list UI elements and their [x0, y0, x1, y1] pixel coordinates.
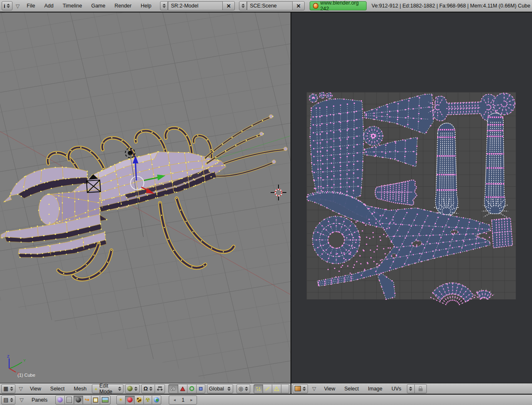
shading-context-button[interactable]	[74, 395, 83, 405]
select-face-button[interactable]	[272, 384, 281, 393]
menu-help[interactable]: Help	[137, 3, 155, 9]
scene-stats: Ve:912-912 | Ed:1882-1882 | Fa:968-968 |…	[372, 3, 530, 9]
collapse-uv-header-icon[interactable]: ▽	[310, 385, 319, 392]
translate-triangle-icon	[180, 386, 185, 391]
world-icon	[154, 397, 159, 403]
shading-icon	[76, 397, 81, 403]
manipulator-z-arrow[interactable]	[135, 163, 136, 180]
draw-type-dropdown[interactable]	[125, 384, 140, 393]
manipulator-translate-toggle[interactable]	[178, 384, 187, 393]
world-buttons-button[interactable]	[152, 395, 161, 405]
lamp-buttons-button[interactable]: ☀	[116, 395, 126, 405]
topbar: i ▽ File Add Timeline Game Render Help S…	[0, 0, 532, 12]
grid-window-icon: ▦	[3, 386, 8, 391]
scene-close-button[interactable]: ✕	[292, 1, 305, 10]
material-icon	[127, 397, 133, 403]
screen-spinner[interactable]	[160, 1, 168, 10]
lamp-icon: ☀	[118, 397, 123, 403]
manipulator-scale-toggle[interactable]	[196, 384, 205, 393]
viewport-3d-pane: Z Y X (1) Cube ▦ ▽ View Select Mesh	[0, 12, 291, 394]
collapse-menus-icon[interactable]: ▽	[14, 3, 22, 9]
buttons-header: ▤ ▽ Panels ↪ ☀ ☢ ◂ 1 ▸	[0, 394, 532, 405]
window-type-button-uv[interactable]	[293, 384, 308, 393]
uv-image-editor[interactable]	[291, 12, 532, 383]
texture-buttons-button[interactable]	[134, 395, 144, 405]
viewport-3d[interactable]: Z Y X (1) Cube	[0, 12, 291, 383]
object-icon: ↪	[85, 397, 89, 403]
edit-mode-icon: ▲	[94, 387, 98, 391]
edge-mode-icon	[265, 386, 270, 391]
proportional-omega-icon: Ω	[143, 386, 148, 391]
menu-panels[interactable]: Panels	[28, 397, 51, 403]
uv-island-right-chunk[interactable]	[491, 217, 513, 248]
scale-square-icon	[198, 386, 203, 391]
radiosity-icon: ☢	[145, 397, 150, 403]
frame-number-field[interactable]: ◂ 1 ▸	[169, 395, 197, 405]
logic-context-button[interactable]	[55, 395, 65, 405]
editing-context-button[interactable]	[91, 395, 100, 405]
collapse-header-icon[interactable]: ▽	[17, 385, 25, 392]
orientation-dropdown[interactable]: Global	[207, 384, 233, 393]
menu-image[interactable]: Image	[364, 386, 386, 392]
proportional-edit-dropdown[interactable]: Ω	[141, 384, 155, 393]
menu-view-3d[interactable]: View	[26, 386, 45, 392]
logic-icon	[57, 397, 63, 403]
frame-next-arrow[interactable]: ▸	[189, 398, 194, 402]
collapse-buttons-header-icon[interactable]: ▽	[17, 397, 26, 403]
scene-selector: SCE:Scene ✕	[239, 1, 305, 10]
editing-icon	[93, 398, 98, 403]
uv-header: ▽ View Select Image UVs	[291, 383, 532, 394]
pivot-dropdown[interactable]: ◎	[236, 384, 250, 393]
info-spinner-icon	[7, 4, 10, 8]
menu-add[interactable]: Add	[40, 3, 57, 9]
image-window-icon	[295, 386, 301, 391]
menu-uvs[interactable]: UVs	[388, 386, 405, 392]
scene-spinner[interactable]	[239, 1, 247, 10]
manipulator-rotate-toggle[interactable]	[187, 384, 197, 393]
texture-icon	[136, 397, 142, 403]
occlusion-button[interactable]	[281, 384, 289, 393]
window-type-button-3d[interactable]: ▦	[1, 384, 15, 393]
axis-z-label: Z	[7, 354, 10, 358]
menu-mesh[interactable]: Mesh	[70, 386, 91, 392]
screen-close-button[interactable]: ✕	[222, 1, 235, 10]
select-vertex-button[interactable]	[254, 384, 263, 393]
menu-file[interactable]: File	[23, 3, 39, 9]
blender-link-label: www.blender.org 242	[320, 0, 363, 12]
manipulator-hand-toggle[interactable]	[168, 384, 178, 393]
blender-org-link[interactable]: www.blender.org 242	[310, 1, 367, 10]
buttons-window-icon: ▤	[3, 397, 8, 403]
mode-dropdown[interactable]: ▲ Edit Mode	[92, 384, 123, 393]
scene-context-button[interactable]	[100, 395, 111, 405]
draw-type-sphere-icon	[127, 386, 133, 391]
radiosity-buttons-button[interactable]: ☢	[143, 395, 153, 405]
window-type-button-buttons[interactable]: ▤	[1, 395, 15, 405]
menu-view-uv[interactable]: View	[320, 386, 339, 392]
script-icon	[66, 397, 72, 403]
menu-select-uv[interactable]: Select	[341, 386, 363, 392]
script-context-button[interactable]	[64, 395, 74, 405]
blender-logo-icon	[313, 3, 318, 9]
snap-button[interactable]	[155, 384, 165, 393]
blender-window: i ▽ File Add Timeline Game Render Help S…	[0, 0, 532, 405]
menu-select-3d[interactable]: Select	[47, 386, 69, 392]
screen-name-field[interactable]: SR:2-Model	[168, 1, 223, 10]
object-context-button[interactable]: ↪	[83, 395, 91, 405]
scene-name-field[interactable]: SCE:Scene	[247, 1, 293, 10]
uv-pin-spinner-button[interactable]	[407, 384, 415, 393]
pivot-icon: ◎	[239, 386, 243, 391]
vertex-mode-icon	[256, 386, 261, 391]
menu-game[interactable]: Game	[87, 3, 109, 9]
frame-prev-arrow[interactable]: ◂	[172, 398, 177, 402]
hand-icon	[170, 386, 176, 392]
info-window-button[interactable]: i	[2, 1, 12, 10]
screen-selector: SR:2-Model ✕	[160, 1, 235, 10]
menu-render[interactable]: Render	[111, 3, 135, 9]
uv-lock-button[interactable]	[414, 384, 427, 393]
uv-editor-pane: ▽ View Select Image UVs	[291, 12, 532, 394]
menu-timeline[interactable]: Timeline	[59, 3, 86, 9]
material-buttons-button[interactable]	[125, 395, 135, 405]
select-edge-button[interactable]	[263, 384, 272, 393]
uv-island-carapace[interactable]	[309, 98, 364, 201]
lock-icon	[419, 388, 423, 391]
